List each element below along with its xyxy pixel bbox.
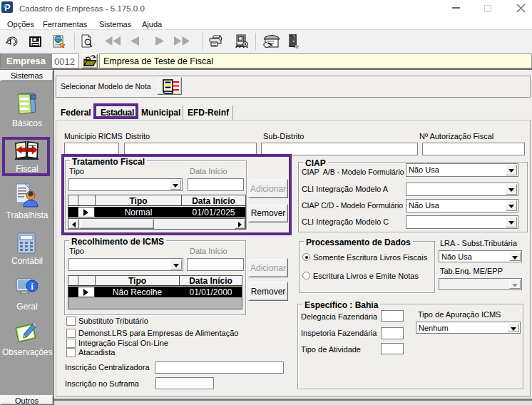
svg-text:i: i xyxy=(31,281,34,292)
